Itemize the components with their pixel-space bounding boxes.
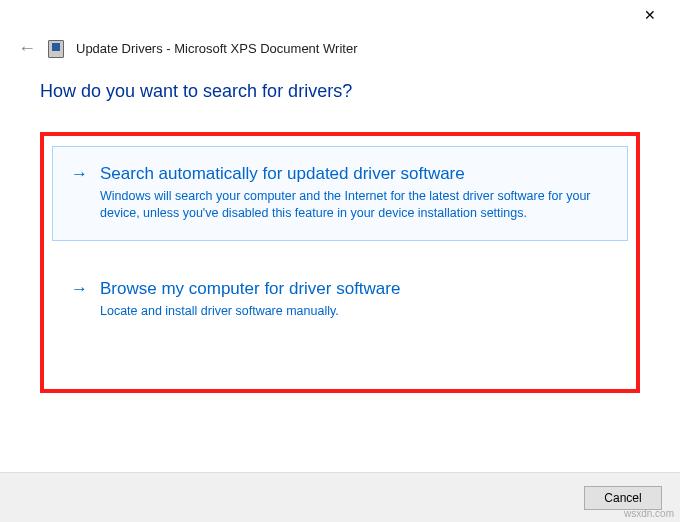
option-auto-description: Windows will search your computer and th… (100, 188, 607, 222)
watermark: wsxdn.com (624, 508, 674, 519)
device-icon (48, 40, 64, 58)
dialog-header: ← Update Drivers - Microsoft XPS Documen… (0, 30, 680, 71)
options-highlight-box: → Search automatically for updated drive… (40, 132, 640, 393)
close-button[interactable]: ✕ (630, 1, 670, 29)
option-auto-title: Search automatically for updated driver … (100, 163, 607, 185)
main-question: How do you want to search for drivers? (40, 81, 640, 102)
window-title: Update Drivers - Microsoft XPS Document … (76, 41, 358, 56)
cancel-button[interactable]: Cancel (584, 486, 662, 510)
option-browse-description: Locate and install driver software manua… (100, 303, 607, 320)
arrow-right-icon: → (71, 278, 88, 300)
dialog-footer: Cancel (0, 472, 680, 522)
content-area: How do you want to search for drivers? →… (0, 71, 680, 393)
option-browse-title: Browse my computer for driver software (100, 278, 607, 300)
close-icon: ✕ (644, 7, 656, 23)
back-arrow-icon: ← (18, 38, 36, 58)
cancel-button-label: Cancel (604, 491, 641, 505)
titlebar: ✕ (0, 0, 680, 30)
option-search-automatically[interactable]: → Search automatically for updated drive… (52, 146, 628, 241)
option-browse-computer[interactable]: → Browse my computer for driver software… (52, 261, 628, 339)
arrow-right-icon: → (71, 163, 88, 185)
back-button[interactable]: ← (18, 38, 36, 59)
